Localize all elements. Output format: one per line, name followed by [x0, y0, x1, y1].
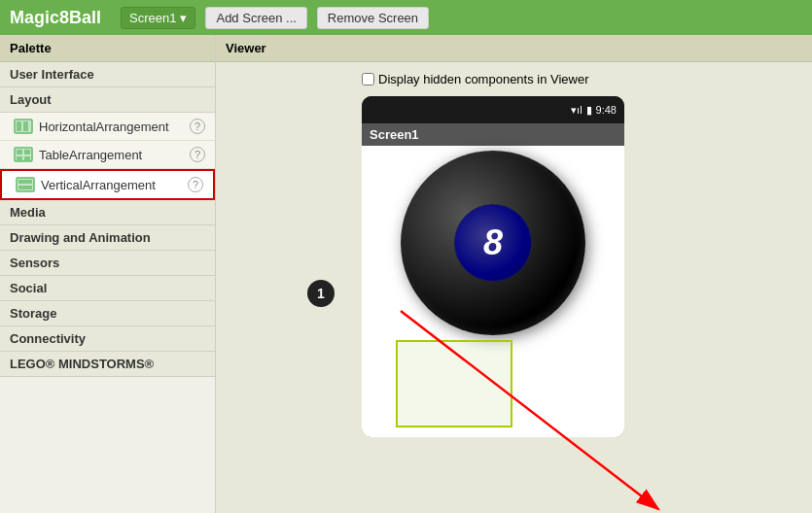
add-screen-button[interactable]: Add Screen ...: [205, 7, 306, 29]
viewer-content: Display hidden components in Viewer ▾ıl …: [216, 62, 812, 447]
table-arrangement-icon: [14, 145, 33, 164]
sidebar-section-label: Drawing and Animation: [10, 230, 151, 245]
palette-sidebar: Palette User Interface Layout Horizontal…: [0, 35, 216, 513]
sidebar-item-storage[interactable]: Storage: [0, 301, 215, 326]
vertical-arrangement-icon: [16, 175, 35, 194]
sidebar-section-label: Media: [10, 205, 46, 220]
svg-rect-1: [17, 121, 21, 131]
svg-rect-5: [24, 150, 30, 154]
screen-dropdown-caret: ▾: [180, 11, 187, 25]
svg-rect-2: [23, 121, 28, 131]
ball-number: 8: [483, 222, 503, 263]
main-layout: Palette User Interface Layout Horizontal…: [0, 35, 812, 513]
sidebar-section-label: Social: [10, 281, 47, 295]
screen-title-bar: Screen1: [362, 123, 624, 146]
badge-text: 1: [317, 286, 325, 301]
screen-dropdown[interactable]: Screen1 ▾: [121, 7, 195, 29]
svg-rect-4: [17, 150, 22, 154]
remove-screen-button[interactable]: Remove Screen: [317, 7, 429, 29]
app-title: Magic8Ball: [10, 8, 101, 28]
ball-inner-circle: 8: [454, 204, 532, 282]
sidebar-section-label: User Interface: [10, 67, 94, 82]
viewer-header: Viewer: [216, 35, 812, 62]
svg-rect-9: [18, 180, 32, 184]
svg-rect-10: [18, 186, 32, 189]
sidebar-section-label: Sensors: [10, 256, 59, 270]
sidebar-item-lego[interactable]: LEGO® MINDSTORMS®: [0, 352, 215, 377]
viewer-panel: Viewer Display hidden components in View…: [216, 35, 812, 513]
badge-circle: [307, 280, 335, 307]
display-hidden-checkbox[interactable]: [362, 73, 374, 86]
svg-rect-6: [17, 156, 22, 160]
sidebar-item-user-interface[interactable]: User Interface: [0, 62, 215, 87]
palette-item-horizontal[interactable]: HorizontalArrangement ?: [0, 113, 215, 141]
magic8ball-image: 8: [401, 151, 585, 335]
palette-header: Palette: [0, 35, 215, 62]
horizontal-arrangement-label: HorizontalArrangement: [39, 120, 184, 134]
wifi-icon: ▾ıl: [571, 104, 583, 117]
phone-status-bar: ▾ıl ▮ 9:48: [362, 96, 624, 123]
sidebar-section-label: Storage: [10, 306, 56, 321]
horizontal-arrangement-icon: [14, 117, 33, 136]
sidebar-item-connectivity[interactable]: Connectivity: [0, 326, 215, 352]
table-help-icon[interactable]: ?: [190, 147, 205, 162]
vertical-help-icon[interactable]: ?: [188, 177, 203, 192]
status-time: 9:48: [596, 104, 617, 116]
display-hidden-row: Display hidden components in Viewer: [362, 72, 793, 86]
phone-screen: Screen1 8: [362, 123, 624, 437]
palette-item-table[interactable]: TableArrangement ?: [0, 141, 215, 169]
sidebar-item-social[interactable]: Social: [0, 276, 215, 301]
palette-item-vertical[interactable]: VerticalArrangement ?: [0, 169, 215, 200]
display-hidden-label: Display hidden components in Viewer: [378, 72, 589, 86]
svg-rect-7: [24, 156, 30, 160]
sidebar-item-drawing-animation[interactable]: Drawing and Animation: [0, 225, 215, 251]
phone-mockup: ▾ıl ▮ 9:48 Screen1 8: [362, 96, 624, 437]
sidebar-section-label: Layout: [10, 92, 52, 107]
sidebar-item-media[interactable]: Media: [0, 200, 215, 225]
screen-content: 8: [362, 146, 624, 437]
app-header: Magic8Ball Screen1 ▾ Add Screen ... Remo…: [0, 0, 812, 35]
vertical-arrangement-label: VerticalArrangement: [41, 178, 182, 192]
battery-icon: ▮: [586, 104, 592, 117]
sidebar-item-layout[interactable]: Layout: [0, 87, 215, 113]
vertical-arrangement-drop-zone: [396, 340, 512, 428]
screen-dropdown-label: Screen1: [129, 11, 176, 25]
sidebar-section-label: Connectivity: [10, 331, 86, 346]
horizontal-help-icon[interactable]: ?: [190, 119, 205, 134]
table-arrangement-label: TableArrangement: [39, 148, 184, 162]
sidebar-item-sensors[interactable]: Sensors: [0, 251, 215, 276]
sidebar-section-label: LEGO® MINDSTORMS®: [10, 357, 154, 371]
